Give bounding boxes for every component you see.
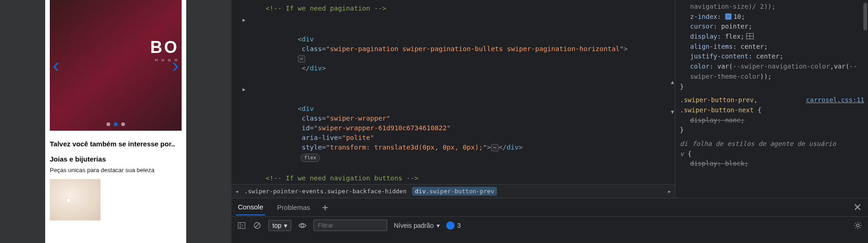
carousel-bullet-active[interactable] [114,122,118,126]
carousel-bullet[interactable] [121,122,125,126]
live-expression-icon[interactable] [298,221,307,230]
carousel-bullet[interactable] [106,122,110,126]
tab-console[interactable]: Console [236,199,265,215]
issue-count[interactable]: 3 [446,221,461,230]
svg-line-13 [860,223,860,223]
css-declaration[interactable]: cursor: pointer; [680,22,864,32]
css-selector-row[interactable]: .swiper-button-next { [680,105,864,116]
page-card: BO H U G O ‹ › Talvez você també [45,0,186,243]
css-declaration[interactable]: justify-content: center; [680,52,864,62]
expand-caret-icon[interactable]: ▶ [242,86,246,93]
context-select[interactable]: top▾ [268,220,291,231]
section-heading: Talvez você também se interesse por.. [50,140,182,148]
drawer-tabs: Console Problemas + ✕ [231,198,868,217]
add-tab-icon[interactable]: + [322,202,328,213]
close-drawer-icon[interactable]: ✕ [853,202,862,214]
devtools: <!-- If we need pagination --> ▶ <div cl… [231,0,868,243]
svg-rect-0 [238,222,245,228]
svg-line-10 [855,223,856,223]
flex-badge[interactable]: flex [301,154,320,162]
breadcrumb-item-selected[interactable]: div.swiper-button-prev [412,187,497,196]
carousel: BO H U G O ‹ › [50,0,182,131]
pearl-illustration [66,198,71,202]
scroll-indicator-icon[interactable]: ▲▼ [671,79,674,115]
css-brace: } [680,125,864,135]
css-declaration[interactable]: z-index: 10; [680,12,864,22]
ua-stylesheet-header: di folha de estilos de agente de usuário [680,139,864,149]
console-drawer: Console Problemas + ✕ top▾ Níveis padrão… [231,198,868,243]
breadcrumb: ◂ .swiper-pointer-events.swiper-backface… [231,184,675,198]
breadcrumb-left-arrow-icon[interactable]: ◂ [235,188,239,195]
source-link[interactable]: carrosel.css:11 [806,95,864,105]
elements-panel[interactable]: <!-- If we need pagination --> ▶ <div cl… [231,0,675,198]
breadcrumb-item[interactable]: .swiper-pointer-events.swiper-backface-h… [244,188,407,195]
carousel-slides: BO H U G O [50,0,182,131]
carousel-next-arrow[interactable]: › [172,54,179,77]
css-declaration[interactable]: color: var(--swiper-navigation-color,var… [680,62,864,81]
page-preview: BO H U G O ‹ › Talvez você també [0,0,231,243]
section-paragraph: Peças unicas para destacar sua beleza [50,167,182,174]
clear-console-icon[interactable] [253,221,262,230]
breadcrumb-right-arrow-icon[interactable]: ▸ [667,188,671,195]
issue-badge-icon [446,221,455,230]
console-toolbar: top▾ Níveis padrão▾ 3 [231,217,868,234]
tab-problems[interactable]: Problemas [275,200,312,215]
cube-icon[interactable] [725,13,732,20]
svg-line-11 [860,227,860,228]
section-subheading: Joias e bijuterias [50,155,182,163]
css-declaration[interactable]: display: flex; [680,32,864,42]
svg-point-4 [301,224,304,227]
dom-node[interactable]: ▶ <div class="swiper-wrapper" id="swiper… [231,84,675,173]
css-declaration-overridden[interactable]: display: block; [680,159,864,169]
css-declaration[interactable]: align-items: center; [680,42,864,52]
svg-line-12 [855,227,856,228]
filter-input[interactable] [313,220,387,231]
ellipsis-icon[interactable]: ⋯ [298,55,306,63]
chevron-down-icon: ▾ [437,222,440,229]
flex-grid-icon[interactable] [746,33,754,40]
settings-gear-icon[interactable] [853,221,862,230]
product-thumbnail[interactable] [50,179,100,220]
css-declaration-overridden[interactable]: display: none; [680,116,864,126]
css-selector-row[interactable]: .swiper-button-prev, carrosel.css:11 [680,95,864,105]
log-levels-select[interactable]: Níveis padrão▾ [394,222,439,229]
css-declaration[interactable]: navigation-size)/ 2)); [680,2,864,12]
carousel-bullets [50,122,182,126]
css-selector-row[interactable]: v { [680,149,864,159]
expand-caret-icon[interactable]: ▶ [242,17,246,24]
styles-panel[interactable]: navigation-size)/ 2)); z-index: 10; curs… [675,0,868,198]
svg-line-3 [255,223,260,227]
css-brace: } [680,82,864,92]
carousel-slide-1: BO H U G O [50,0,182,131]
dom-styles-split: <!-- If we need pagination --> ▶ <div cl… [231,0,868,198]
ellipsis-icon[interactable]: ⋯ [491,144,499,151]
dom-comment[interactable]: <!-- If we need pagination --> [231,3,675,14]
dom-comment[interactable]: <!-- If we need navigation buttons --> [231,173,675,184]
sidebar-toggle-icon[interactable] [237,221,246,230]
svg-point-5 [856,224,859,227]
carousel-prev-arrow[interactable]: ‹ [53,54,59,77]
scrollbar[interactable] [863,3,867,30]
dom-node[interactable]: ▶ <div class="swiper-pagination swiper-p… [231,14,675,84]
chevron-down-icon: ▾ [284,222,287,229]
